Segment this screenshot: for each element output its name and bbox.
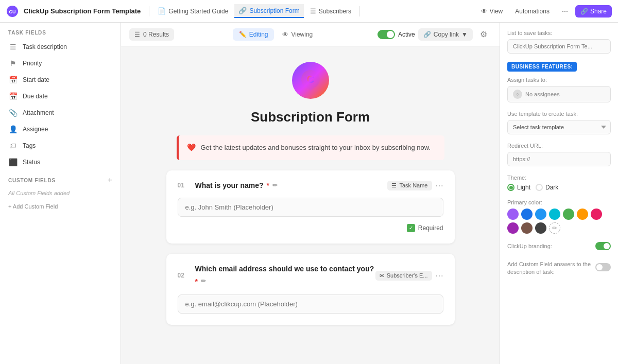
question-more-2[interactable]: ⋯ <box>435 271 443 281</box>
rp-list-label: List to save tasks: <box>507 30 611 36</box>
rp-custom-field-section: Add Custom Field answers to the descript… <box>507 258 611 276</box>
main-layout: Task Fields ☰ Task description ⚑ Priorit… <box>0 23 618 364</box>
tags-icon: 🏷 <box>8 142 18 150</box>
no-assignees-label: No assignees <box>525 91 560 97</box>
tab-subscribers[interactable]: ☰ Subscribers <box>306 5 355 18</box>
editing-label: Editing <box>249 31 268 38</box>
tab-subscription-form-label: Subscription Form <box>249 7 299 14</box>
sidebar-item-attachment[interactable]: 📎 Attachment <box>0 105 121 121</box>
sidebar-label-due-date: Due date <box>23 93 48 100</box>
rp-template-select[interactable]: Select task template <box>507 120 611 134</box>
rp-theme-light[interactable]: Light <box>507 184 530 191</box>
sidebar-item-task-description[interactable]: ☰ Task description <box>0 39 121 55</box>
rp-color-section: Primary color: ✏ <box>507 199 611 234</box>
automations-button[interactable]: Automations <box>510 5 555 18</box>
custom-field-toggle[interactable] <box>595 263 611 271</box>
viewing-button[interactable]: 👁 Viewing <box>276 28 319 41</box>
sidebar-item-tags[interactable]: 🏷 Tags <box>0 137 121 154</box>
rp-assign-row[interactable]: ○ No assignees <box>507 86 611 102</box>
question-left-1: 01 What is your name? * ✏ <box>178 181 278 189</box>
doc-icon: 📄 <box>158 7 166 15</box>
tab-getting-started-label: Getting Started Guide <box>168 8 228 15</box>
form-area: C Subscription Form ❤️ Get the latest up… <box>121 46 500 340</box>
tab-getting-started[interactable]: 📄 Getting Started Guide <box>153 5 232 18</box>
more-nav-button[interactable]: ⋯ <box>557 5 573 18</box>
nav-divider-2 <box>359 6 360 16</box>
form-title: Subscription Form <box>251 109 370 125</box>
share-icon: 🔗 <box>580 8 588 15</box>
radio-light[interactable] <box>507 184 514 191</box>
copy-link-chevron: ▼ <box>461 31 468 38</box>
copy-link-button[interactable]: 🔗 Copy link ▼ <box>418 28 473 41</box>
color-pink[interactable] <box>591 209 602 220</box>
radio-dark[interactable] <box>536 184 543 191</box>
share-label: Share <box>590 8 607 15</box>
priority-icon: ⚑ <box>8 59 18 67</box>
color-picker-button[interactable]: ✏ <box>549 222 560 234</box>
sidebar-item-status[interactable]: ⬛ Status <box>0 154 121 170</box>
add-custom-field-link[interactable]: + Add Custom Field <box>0 199 121 214</box>
rp-redirect-input[interactable] <box>507 152 611 166</box>
email-icon: ✉ <box>380 272 384 279</box>
editing-button[interactable]: ✏️ Editing <box>233 28 274 41</box>
sidebar-item-assignee[interactable]: 👤 Assignee <box>0 121 121 137</box>
center-content: ☰ 0 Results ✏️ Editing 👁 Viewing <box>121 23 500 364</box>
active-toggle: Active <box>377 30 415 39</box>
viewing-label: Viewing <box>291 31 313 38</box>
rp-list-input[interactable] <box>507 39 611 54</box>
active-toggle-switch[interactable] <box>377 30 395 39</box>
task-icon: ☰ <box>391 182 397 189</box>
question-more-1[interactable]: ⋯ <box>435 181 443 190</box>
color-purple[interactable] <box>507 209 519 220</box>
svg-text:C: C <box>306 74 314 85</box>
color-cyan[interactable] <box>549 209 560 220</box>
rp-list-section: List to save tasks: <box>507 30 611 54</box>
form-icon: 🔗 <box>238 7 247 14</box>
tab-subscription-form[interactable]: 🔗 Subscription Form <box>234 4 303 18</box>
edit-icon-sm: ✏️ <box>239 31 247 38</box>
settings-button[interactable]: ⚙ <box>476 27 491 42</box>
question-input-1[interactable] <box>178 198 443 217</box>
question-input-2[interactable] <box>178 294 443 314</box>
theme-light-label: Light <box>517 184 530 191</box>
sidebar-item-priority[interactable]: ⚑ Priority <box>0 55 121 72</box>
color-blue[interactable] <box>535 209 546 220</box>
list-icon: ☰ <box>310 7 316 15</box>
sidebar-item-due-date[interactable]: 📅 Due date <box>0 88 121 105</box>
rp-redirect-section: Redirect URL: <box>507 143 611 166</box>
question-left-2: 02 Which email address should we use to … <box>178 264 375 287</box>
sidebar-label-tags: Tags <box>23 142 36 149</box>
attachment-icon: 📎 <box>8 109 18 117</box>
active-label: Active <box>398 31 415 38</box>
eye-icon-sm: 👁 <box>282 31 288 38</box>
color-deep-purple[interactable] <box>507 222 519 234</box>
question-actions-1: ☰ Task Name ⋯ <box>387 181 443 190</box>
sidebar-item-start-date[interactable]: 📅 Start date <box>0 72 121 88</box>
results-badge[interactable]: ☰ 0 Results <box>129 28 174 41</box>
required-star-1: * <box>267 181 269 189</box>
color-palette: ✏ <box>507 209 611 234</box>
color-brown[interactable] <box>521 222 533 234</box>
color-dark[interactable] <box>535 222 546 234</box>
task-fields-title: Task Fields <box>0 23 121 39</box>
required-checkbox-1[interactable]: ✓ <box>407 224 415 232</box>
rp-custom-field-label: Add Custom Field answers to the descript… <box>507 261 591 276</box>
rp-theme-dark[interactable]: Dark <box>536 184 558 191</box>
view-button[interactable]: 👁 View <box>476 5 508 18</box>
question-label-2: Which email address should we use to con… <box>195 264 375 287</box>
required-star-2: * <box>195 277 198 287</box>
share-button[interactable]: 🔗 Share <box>575 5 612 18</box>
tab-subscribers-label: Subscribers <box>319 8 351 15</box>
question-actions-2: ✉ Subscriber's E... ⋯ <box>375 271 443 281</box>
color-green[interactable] <box>563 209 574 220</box>
branding-toggle[interactable] <box>595 242 611 250</box>
add-custom-field-icon[interactable]: + <box>108 176 112 185</box>
color-orange[interactable] <box>577 209 588 220</box>
custom-fields-empty: All Custom Fields added <box>0 187 121 199</box>
edit-icon-2[interactable]: ✏ <box>201 277 206 286</box>
sidebar-label-task-description: Task description <box>23 43 67 50</box>
color-blue-dark[interactable] <box>521 209 533 220</box>
due-date-icon: 📅 <box>8 92 18 100</box>
automations-label: Automations <box>515 8 550 15</box>
edit-icon-1[interactable]: ✏ <box>272 182 278 189</box>
